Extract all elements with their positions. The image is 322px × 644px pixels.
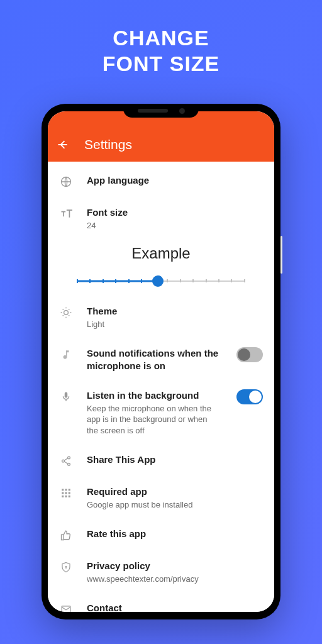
- setting-label: Required app: [87, 486, 263, 498]
- setting-label: Font size: [87, 206, 263, 219]
- promo-line-1: CHANGE: [0, 25, 322, 51]
- font-size-slider[interactable]: [48, 265, 274, 296]
- setting-label: Theme: [87, 305, 263, 318]
- setting-app-language[interactable]: App language: [48, 165, 274, 197]
- svg-rect-7: [69, 489, 70, 491]
- svg-rect-12: [65, 496, 67, 497]
- mail-icon: [59, 602, 73, 612]
- text-size-icon: [59, 207, 73, 221]
- setting-sub: www.speechtexter.com/privacy: [87, 574, 263, 585]
- setting-label: Share This App: [87, 453, 263, 466]
- example-text: Example: [131, 245, 190, 262]
- svg-rect-10: [69, 492, 70, 494]
- svg-rect-8: [62, 492, 64, 494]
- setting-label: Rate this app: [87, 528, 263, 540]
- setting-theme[interactable]: Theme Light: [48, 296, 274, 338]
- phone-screen: Settings App language Font size 24 Exam: [48, 111, 274, 612]
- svg-rect-6: [65, 489, 67, 491]
- setting-label: Contact: [87, 602, 263, 612]
- svg-point-1: [64, 311, 69, 315]
- svg-rect-11: [62, 496, 64, 497]
- setting-value: 24: [87, 220, 263, 231]
- setting-label: App language: [87, 174, 263, 187]
- sound-toggle[interactable]: [236, 347, 263, 362]
- svg-point-14: [65, 567, 67, 568]
- listen-toggle[interactable]: [236, 389, 263, 404]
- setting-sub: Google app must be installed: [87, 499, 263, 511]
- microphone-icon: [59, 390, 73, 404]
- setting-listen-background[interactable]: Listen in the background Keep the microp…: [48, 380, 274, 445]
- phone-frame: Settings App language Font size 24 Exam: [42, 104, 280, 619]
- back-button[interactable]: [57, 138, 69, 151]
- thumbs-up-icon: [59, 528, 73, 542]
- slider-thumb[interactable]: [152, 275, 164, 287]
- setting-privacy-policy[interactable]: Privacy policy www.speechtexter.com/priv…: [48, 551, 274, 593]
- svg-rect-15: [62, 606, 70, 612]
- font-size-example: Example: [48, 240, 274, 265]
- setting-font-size[interactable]: Font size 24: [48, 197, 274, 240]
- setting-share-app[interactable]: Share This App: [48, 445, 274, 477]
- music-note-icon: [59, 348, 73, 362]
- setting-label: Privacy policy: [87, 560, 263, 572]
- setting-label: Listen in the background: [87, 389, 219, 402]
- apps-grid-icon: [59, 486, 73, 500]
- shield-icon: [59, 560, 73, 574]
- app-bar-title: Settings: [84, 137, 132, 152]
- promo-line-2: FONT SIZE: [0, 51, 322, 77]
- svg-rect-9: [65, 492, 67, 494]
- arrow-left-icon: [57, 138, 69, 151]
- setting-sub: Keep the microphone on when the app is i…: [87, 403, 219, 436]
- share-icon: [59, 454, 73, 468]
- setting-contact[interactable]: Contact: [48, 593, 274, 612]
- settings-list: App language Font size 24 Example: [48, 162, 274, 612]
- globe-icon: [59, 175, 73, 189]
- svg-rect-13: [69, 496, 70, 497]
- phone-notch: [123, 104, 199, 118]
- setting-sound-notifications[interactable]: Sound notifications when the microphone …: [48, 338, 274, 380]
- brightness-icon: [59, 306, 73, 319]
- setting-label: Sound notifications when the microphone …: [87, 347, 219, 372]
- setting-value: Light: [87, 319, 263, 330]
- setting-rate-app[interactable]: Rate this app: [48, 519, 274, 551]
- slider-track-active: [77, 280, 158, 282]
- app-bar: Settings: [48, 128, 274, 162]
- setting-required-app[interactable]: Required app Google app must be installe…: [48, 477, 274, 519]
- svg-rect-5: [62, 489, 64, 491]
- promo-heading: CHANGE FONT SIZE: [0, 0, 322, 77]
